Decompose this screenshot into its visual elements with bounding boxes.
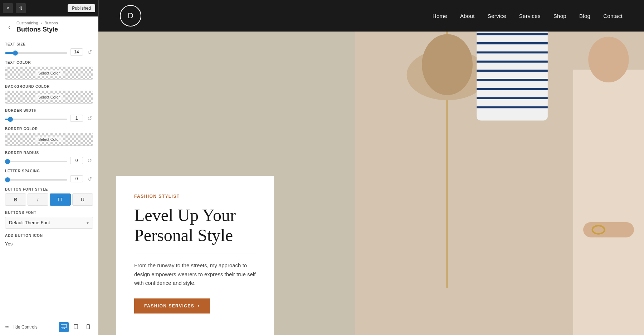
button-font-style-label: BUTTON FONT STYLE <box>5 187 93 191</box>
nav-link-contact[interactable]: Contact <box>603 13 623 19</box>
breadcrumb-part2: Buttons <box>44 21 58 25</box>
back-icon: ‹ <box>8 24 10 30</box>
text-size-slider-wrap <box>5 49 67 55</box>
hero-right-bg <box>355 32 644 335</box>
border-width-slider[interactable] <box>5 119 67 120</box>
text-color-swatch[interactable]: Select Color <box>5 67 93 80</box>
background-color-placeholder: Select Color <box>35 94 63 100</box>
background-color-label: BACKGROUND COLOR <box>5 85 93 88</box>
letter-spacing-reset[interactable]: ↺ <box>86 175 93 182</box>
text-size-slider[interactable] <box>5 52 67 54</box>
border-width-row: 1 ↺ <box>5 115 93 122</box>
buttons-font-label: BUTTONS FONT <box>5 211 93 215</box>
nav-links: Home About Service Services Shop Blog Co… <box>433 13 623 19</box>
border-radius-slider[interactable] <box>5 161 67 162</box>
card-divider <box>134 254 256 254</box>
nav-link-home[interactable]: Home <box>433 13 447 19</box>
letter-spacing-slider-wrap <box>5 176 67 182</box>
breadcrumb: Customizing › Buttons <box>16 21 93 25</box>
button-font-style-group: BUTTON FONT STYLE B I TT U <box>5 187 93 206</box>
svg-rect-22 <box>573 70 644 335</box>
bold-button[interactable]: B <box>5 193 26 206</box>
border-width-reset[interactable]: ↺ <box>86 115 93 122</box>
panel-topbar: × ⇅ Published <box>0 0 98 16</box>
border-color-swatch[interactable]: Select Color <box>5 133 93 146</box>
nav-link-about[interactable]: About <box>460 13 475 19</box>
underline-button[interactable]: U <box>72 193 93 206</box>
svg-point-11 <box>422 34 473 95</box>
nav-logo: D <box>120 5 141 27</box>
preview-area: D Home About Service Services Shop Blog … <box>98 0 644 335</box>
panel-header: ‹ Customizing › Buttons Buttons Style <box>0 16 98 37</box>
nav-link-shop[interactable]: Shop <box>553 13 566 19</box>
back-button[interactable]: ‹ <box>5 23 14 32</box>
panel-body: TEXT SIZE 14 ↺ TEXT COLOR Select Color B… <box>0 37 98 319</box>
text-color-placeholder: Select Color <box>35 70 63 76</box>
panel-footer: 👁 Hide Controls <box>0 319 98 335</box>
letter-spacing-value[interactable]: 0 <box>70 175 83 182</box>
card-body-text: From the runway to the streets, my appro… <box>134 261 256 288</box>
text-size-group: TEXT SIZE 14 ↺ <box>5 42 93 56</box>
border-color-label: BORDER COLOR <box>5 127 93 131</box>
border-radius-reset[interactable]: ↺ <box>86 157 93 164</box>
letter-spacing-label: LETTER SPACING <box>5 169 93 173</box>
border-width-value[interactable]: 1 <box>70 115 83 122</box>
text-color-group: TEXT COLOR Select Color <box>5 61 93 80</box>
letter-spacing-row: 0 ↺ <box>5 175 93 182</box>
card-heading: Level Up Your Personal Style <box>134 205 256 245</box>
svg-rect-0 <box>61 324 67 328</box>
buttons-font-group: BUTTONS FONT Default Theme Font Arial Ge… <box>5 211 93 229</box>
border-radius-group: BORDER RADIUS 0 ↺ <box>5 151 93 164</box>
cta-button[interactable]: FASHION SERVICES › <box>134 298 210 314</box>
letter-spacing-group: LETTER SPACING 0 ↺ <box>5 169 93 182</box>
cta-label: FASHION SERVICES <box>144 303 194 308</box>
letter-spacing-slider[interactable] <box>5 179 67 181</box>
background-color-swatch[interactable]: Select Color <box>5 91 93 104</box>
tablet-icon <box>74 324 78 330</box>
breadcrumb-part1: Customizing <box>16 21 38 25</box>
svg-rect-24 <box>583 222 634 238</box>
close-button[interactable]: × <box>3 3 13 13</box>
border-radius-slider-wrap <box>5 157 67 164</box>
border-radius-value[interactable]: 0 <box>70 157 83 164</box>
hide-controls-label: Hide Controls <box>11 325 38 330</box>
card-tag: FASHION STYLIST <box>134 194 256 199</box>
text-size-label: TEXT SIZE <box>5 42 93 46</box>
close-icon: × <box>6 5 9 11</box>
desktop-icon <box>61 324 67 330</box>
font-style-buttons: B I TT U <box>5 193 93 206</box>
sort-button[interactable]: ⇅ <box>16 3 26 13</box>
svg-point-4 <box>88 328 88 329</box>
add-button-icon-label: ADD BUTTON ICON <box>5 234 93 238</box>
eye-icon: 👁 <box>5 325 9 330</box>
svg-point-23 <box>588 37 629 82</box>
published-button[interactable]: Published <box>68 4 95 12</box>
panel-title: Buttons Style <box>16 26 93 33</box>
content-card: FASHION STYLIST Level Up Your Personal S… <box>116 176 274 335</box>
add-button-icon-value: Yes <box>5 240 93 248</box>
tablet-view-button[interactable] <box>71 322 81 332</box>
border-width-slider-wrap <box>5 115 67 121</box>
svg-point-2 <box>76 328 76 329</box>
sort-icon: ⇅ <box>19 6 23 11</box>
mobile-view-button[interactable] <box>83 322 93 332</box>
text-color-label: TEXT COLOR <box>5 61 93 64</box>
text-size-reset[interactable]: ↺ <box>86 48 93 56</box>
buttons-font-select[interactable]: Default Theme Font Arial Georgia Helveti… <box>5 217 93 229</box>
border-color-placeholder: Select Color <box>35 137 63 142</box>
left-panel: × ⇅ Published ‹ Customizing › Buttons Bu… <box>0 0 98 335</box>
cta-arrow-icon: › <box>198 303 200 308</box>
text-size-value[interactable]: 14 <box>70 48 83 56</box>
hide-controls-button[interactable]: 👁 Hide Controls <box>5 325 38 330</box>
nav-link-service[interactable]: Service <box>488 13 506 19</box>
nav-link-services[interactable]: Services <box>519 13 541 19</box>
border-radius-label: BORDER RADIUS <box>5 151 93 155</box>
desktop-view-button[interactable] <box>59 322 69 332</box>
border-radius-row: 0 ↺ <box>5 157 93 164</box>
border-width-label: BORDER WIDTH <box>5 109 93 113</box>
logo-letter: D <box>128 11 133 20</box>
border-color-group: BORDER COLOR Select Color <box>5 127 93 146</box>
nav-link-blog[interactable]: Blog <box>579 13 590 19</box>
tt-button[interactable]: TT <box>50 193 71 206</box>
italic-button[interactable]: I <box>28 193 49 206</box>
